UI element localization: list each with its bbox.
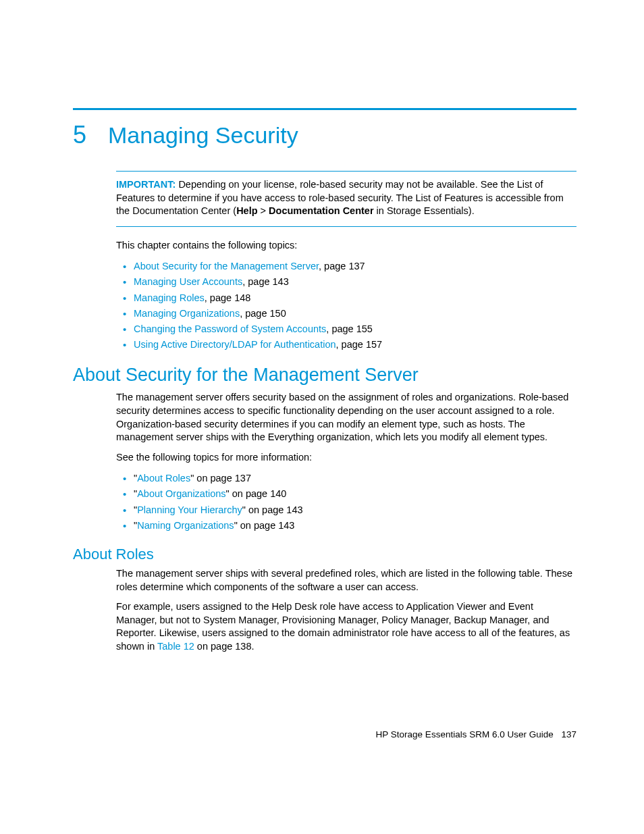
topic-suffix: , page 137 — [319, 261, 365, 271]
list-item: "Naming Organizations" on page 143 — [116, 518, 576, 533]
list-item: Managing User Accounts, page 143 — [116, 274, 576, 290]
important-text-b: in Storage Essentials). — [374, 205, 475, 216]
chapter-header: 5 Managing Security — [73, 121, 576, 149]
list-item: Using Active Directory/LDAP for Authenti… — [116, 337, 576, 353]
subsection-heading: About Roles — [73, 546, 576, 563]
section1-para1: The management server offers security ba… — [116, 391, 576, 444]
subtopic-link[interactable]: Planning Your Hierarchy — [137, 504, 242, 515]
chapter-title: Managing Security — [108, 122, 298, 149]
topic-link[interactable]: Using Active Directory/LDAP for Authenti… — [134, 339, 336, 350]
list-item: "About Roles" on page 137 — [116, 471, 576, 486]
subtopic-link[interactable]: About Organizations — [137, 488, 225, 499]
section-heading: About Security for the Management Server — [73, 365, 576, 386]
q: " on page 137 — [190, 473, 251, 484]
footer-text: HP Storage Essentials SRM 6.0 User Guide — [376, 729, 554, 739]
intro-paragraph: This chapter contains the following topi… — [116, 239, 576, 253]
subtopic-link[interactable]: Naming Organizations — [137, 520, 234, 531]
topic-link[interactable]: Managing User Accounts — [134, 276, 242, 287]
section2-para2: For example, users assigned to the Help … — [116, 600, 576, 653]
q: " on page 143 — [234, 520, 295, 531]
q: " on page 143 — [242, 504, 303, 515]
section2-para1: The management server ships with several… — [116, 567, 576, 594]
list-item: Managing Organizations, page 150 — [116, 306, 576, 321]
topic-suffix: , page 150 — [240, 308, 286, 319]
topic-suffix: , page 157 — [336, 339, 383, 350]
list-item: "About Organizations" on page 140 — [116, 486, 576, 502]
page-footer: HP Storage Essentials SRM 6.0 User Guide… — [376, 729, 576, 739]
doc-center-bold: Documentation Center — [269, 205, 374, 216]
list-item: Managing Roles, page 148 — [116, 290, 576, 306]
list-item: About Security for the Management Server… — [116, 259, 576, 274]
subtopics-list: "About Roles" on page 137 "About Organiz… — [116, 471, 576, 533]
topic-suffix: , page 148 — [205, 292, 251, 303]
q: " on page 140 — [226, 488, 287, 499]
sep: > — [258, 205, 269, 216]
topic-suffix: , page 155 — [326, 323, 373, 334]
important-callout: IMPORTANT: Depending on your license, ro… — [116, 171, 576, 227]
chapter-number: 5 — [73, 121, 86, 149]
section2-para2b: on page 138. — [194, 641, 254, 652]
list-item: Changing the Password of System Accounts… — [116, 321, 576, 337]
subtopic-link[interactable]: About Roles — [137, 473, 190, 484]
topic-link[interactable]: Managing Organizations — [134, 308, 240, 319]
page-number: 137 — [561, 729, 576, 739]
section1-para2: See the following topics for more inform… — [116, 451, 576, 465]
topic-link[interactable]: About Security for the Management Server — [134, 261, 319, 271]
top-rule — [73, 108, 576, 110]
chapter-topics-list: About Security for the Management Server… — [116, 259, 576, 353]
topic-link[interactable]: Managing Roles — [134, 292, 205, 303]
table-link[interactable]: Table 12 — [157, 641, 194, 652]
help-bold: Help — [236, 205, 257, 216]
topic-link[interactable]: Changing the Password of System Accounts — [134, 323, 326, 334]
topic-suffix: , page 143 — [242, 276, 289, 287]
list-item: "Planning Your Hierarchy" on page 143 — [116, 502, 576, 518]
important-label: IMPORTANT: — [116, 179, 176, 190]
